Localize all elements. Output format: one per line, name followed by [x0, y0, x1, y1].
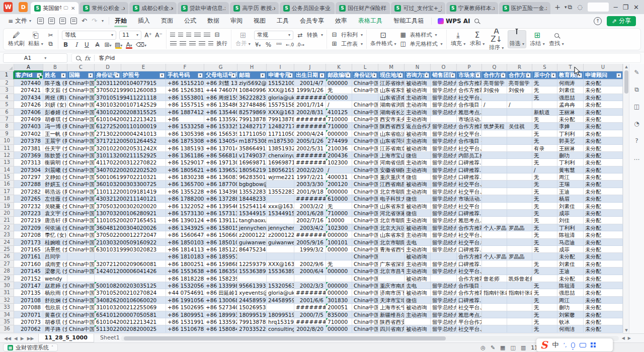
cell[interactable]: 207219 — [14, 217, 43, 224]
cell[interactable]: m1875308 — [267, 137, 294, 144]
cell[interactable]: +86 17882007 — [166, 195, 204, 202]
select-all-corner[interactable] — [0, 64, 14, 71]
cell[interactable]: +86 13220522 — [166, 203, 204, 210]
cell[interactable]: 207062 — [14, 325, 43, 332]
row-number[interactable]: 23 — [0, 231, 14, 238]
scroll-left-icon[interactable]: ◀ — [622, 336, 625, 340]
cell[interactable]: 180562199 — [237, 166, 267, 173]
cell[interactable]: 无 — [532, 86, 557, 94]
cell[interactable]: 340826200106060020 — [95, 297, 166, 304]
cell[interactable]: China中国 — [352, 101, 378, 108]
cell[interactable]: 371721200501264452 — [95, 137, 166, 144]
cell[interactable]: 雅思考点.雅 — [457, 109, 482, 116]
cell[interactable]: 雅思考点.雅 — [457, 217, 482, 224]
filter-dropdown-icon[interactable]: ▾ — [501, 73, 506, 78]
history-icon[interactable]: ◔ — [634, 120, 639, 127]
cell[interactable]: 主动咨询 — [405, 311, 431, 318]
copy-icon[interactable]: ⧉ — [47, 40, 54, 47]
cell[interactable]: / — [326, 166, 352, 173]
filter-dropdown-icon[interactable]: ▾ — [319, 73, 325, 78]
decrease-indent-icon[interactable] — [194, 33, 201, 37]
header-cell[interactable]: 咨询方式▾ — [405, 71, 431, 79]
cell[interactable]: China中国 — [352, 130, 378, 137]
cell[interactable]: 未分配 — [584, 275, 623, 282]
cell[interactable]: 未分配 — [584, 318, 623, 325]
cell[interactable]: 山东省菏泽 — [378, 137, 405, 144]
cell[interactable] — [294, 275, 326, 282]
column-letter-S[interactable]: S — [532, 64, 557, 71]
cell[interactable] — [67, 253, 95, 260]
cell[interactable]: 季忆 (女) — [43, 231, 67, 238]
cell[interactable]: 1997/2/21 — [294, 173, 326, 181]
cell[interactable]: 社交平台./ — [457, 268, 482, 275]
cell[interactable]: China中国 — [352, 86, 378, 94]
cell[interactable] — [482, 311, 507, 318]
cell[interactable]: gloria@uk — [267, 94, 294, 101]
cell[interactable]: 117110505 — [237, 130, 267, 137]
cell[interactable]: 400031 — [326, 173, 352, 181]
cell[interactable]: 社交平台./ — [457, 94, 482, 101]
filter-dropdown-icon[interactable]: ▾ — [159, 73, 165, 78]
header-cell[interactable]: 市场来源▾ — [457, 71, 482, 79]
filter-dropdown-icon[interactable]: ▾ — [61, 73, 66, 78]
cell[interactable]: 留学总经办 — [431, 79, 457, 86]
cell[interactable]: 钦冰 — [557, 318, 584, 325]
column-letter-D[interactable]: D — [95, 64, 121, 71]
row-number[interactable]: 27 — [0, 260, 14, 268]
ime-punctuation-icon[interactable]: ’, — [563, 342, 567, 348]
cell[interactable]: China中国 — [67, 109, 95, 116]
cell[interactable]: 无 — [532, 239, 557, 246]
cell[interactable]: 主动咨询 — [405, 101, 431, 108]
document-tab[interactable]: S英国留学生🖵✕ — [31, 2, 78, 14]
cell[interactable] — [237, 275, 267, 282]
cell[interactable]: 2000/6/4 — [294, 268, 326, 275]
cell[interactable]: 000000 — [326, 130, 352, 137]
cell[interactable]: 微信 — [405, 195, 431, 202]
menu-item-会员专享[interactable]: 会员专享 — [294, 14, 330, 28]
cell[interactable]: 指南针张老 — [507, 289, 532, 296]
cell[interactable]: 何雨涛 — [557, 79, 584, 86]
cell[interactable]: hrq153199 — [267, 318, 294, 325]
cell[interactable] — [507, 325, 532, 332]
cell[interactable] — [507, 137, 532, 144]
header-cell[interactable]: 客户id▾ — [14, 71, 43, 79]
cell[interactable]: 重庆市南岸 — [378, 282, 405, 289]
cell[interactable]: 无 — [532, 188, 557, 195]
cell[interactable]: 956613934 — [237, 282, 267, 289]
formula-input[interactable]: 客户id — [99, 54, 115, 62]
menu-item-智能工具箱[interactable]: 智能工具箱 — [388, 14, 429, 28]
layout-switch-icon[interactable]: ⧉ — [568, 4, 573, 11]
cell[interactable]: 未分配 — [584, 195, 623, 202]
cell[interactable] — [507, 246, 532, 253]
cell[interactable]: 未分配 — [584, 297, 623, 304]
cell[interactable]: +86 13439252 — [166, 224, 204, 231]
cell[interactable]: 主动咨询 — [405, 166, 431, 173]
cell[interactable]: 左佳薇 (女 — [43, 195, 67, 202]
rows-cols-button[interactable]: 行和列 — [341, 31, 358, 39]
cell[interactable]: 无 — [532, 224, 557, 231]
filter-dropdown-icon[interactable]: ▾ — [616, 73, 621, 78]
cell[interactable]: 274499 — [326, 137, 352, 144]
menu-item-公式[interactable]: 公式 — [179, 14, 202, 28]
cell[interactable]: 合作项目 - — [457, 101, 482, 108]
cell[interactable]: China中国 — [352, 203, 378, 210]
cell[interactable]: 153449155 — [267, 210, 294, 217]
format-painter-button[interactable]: 🖉 格式刷 — [8, 31, 25, 47]
cell[interactable]: 2002/3/3 — [294, 282, 326, 289]
cell[interactable]: 重庆重庆市 — [378, 173, 405, 181]
italic-button[interactable]: I — [72, 41, 80, 48]
cell[interactable]: ######## — [294, 123, 326, 130]
cell[interactable]: 周煜 (男) — [43, 94, 67, 101]
cell[interactable]: 2002/8/31 — [294, 109, 326, 116]
cell[interactable]: 110112200109181419 — [95, 188, 166, 195]
cell[interactable]: 刘素佳 — [557, 203, 584, 210]
cell[interactable]: jennychen — [237, 224, 267, 231]
cell[interactable]: 000000 — [326, 94, 352, 101]
filter-dropdown-icon[interactable]: ▾ — [372, 73, 377, 78]
cell[interactable]: guiwanwei — [237, 239, 267, 246]
cell[interactable]: 210036 — [326, 145, 352, 152]
cell[interactable] — [482, 137, 507, 144]
cell[interactable] — [507, 210, 532, 217]
cell[interactable]: 胡睿琪 (女 — [43, 116, 67, 123]
worksheet-button[interactable]: 工作表 — [341, 40, 358, 48]
